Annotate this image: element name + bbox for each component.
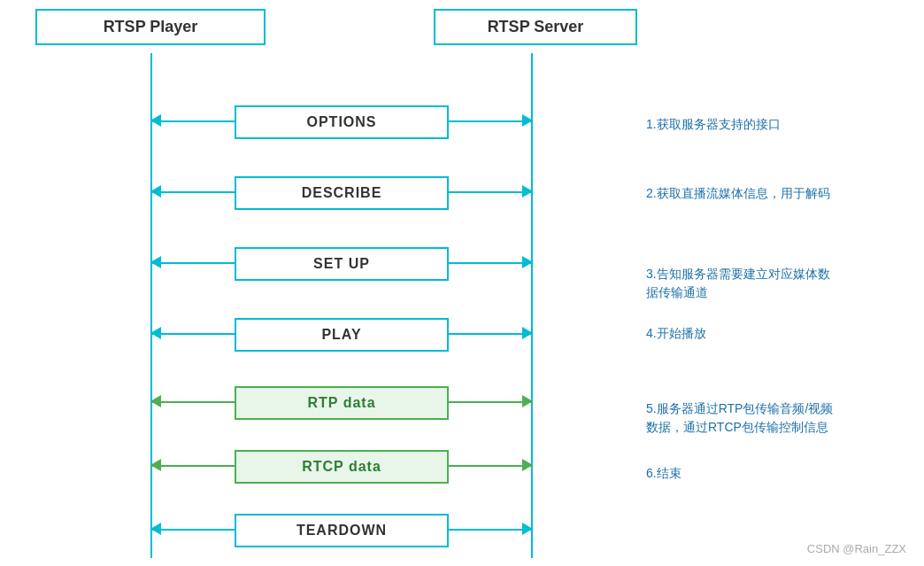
options-right-arrowhead xyxy=(522,114,533,127)
teardown-left-line xyxy=(150,529,235,531)
annotation-1: 1.获取服务器支持的接口 xyxy=(646,115,781,134)
rtp-right-line xyxy=(449,401,533,403)
rtcp-right-line xyxy=(449,465,533,467)
options-left-arrowhead xyxy=(150,114,161,127)
teardown-right-arrowhead xyxy=(522,523,533,535)
rtcp-left-arrowhead xyxy=(150,459,161,471)
rtp-right-arrowhead xyxy=(522,395,533,407)
play-left-line xyxy=(150,333,235,335)
play-row: PLAY xyxy=(150,318,533,350)
annotation-2: 2.获取直播流媒体信息，用于解码 xyxy=(646,184,830,203)
options-left-line xyxy=(150,120,235,122)
options-right-line xyxy=(449,120,533,122)
describe-right-arrowhead xyxy=(522,185,533,198)
rtpdata-box: RTP data xyxy=(235,386,449,420)
options-box: OPTIONS xyxy=(235,105,449,139)
server-label: RTSP Server xyxy=(488,18,584,35)
options-row: OPTIONS xyxy=(150,105,533,137)
rtcp-left-line xyxy=(150,465,235,467)
rtp-left-line xyxy=(150,401,235,403)
play-left-arrowhead xyxy=(150,327,161,339)
describe-right-line xyxy=(449,191,533,193)
describe-left-arrowhead xyxy=(150,185,161,198)
annotation-5: 5.服务器通过RTP包传输音频/视频 数据，通过RTCP包传输控制信息 xyxy=(646,381,833,437)
annotation-4: 4.开始播放 xyxy=(646,324,706,343)
describe-row: DESCRIBE xyxy=(150,176,533,208)
teardown-left-arrowhead xyxy=(150,523,161,535)
setup-right-arrowhead xyxy=(522,256,533,268)
describe-box: DESCRIBE xyxy=(235,176,449,210)
setup-box: SET UP xyxy=(235,247,449,281)
rtpdata-row: RTP data xyxy=(150,386,533,418)
teardown-box: TEARDOWN xyxy=(235,514,449,547)
play-box: PLAY xyxy=(235,318,449,352)
player-label: RTSP Player xyxy=(104,18,198,35)
teardown-right-line xyxy=(449,529,533,531)
describe-left-line xyxy=(150,191,235,193)
play-right-line xyxy=(449,333,533,335)
rtcp-right-arrowhead xyxy=(522,459,533,471)
header-server: RTSP Server xyxy=(434,9,637,45)
diagram-container: RTSP Player RTSP Server OPTIONS DESCRIBE xyxy=(0,0,924,566)
setup-left-arrowhead xyxy=(150,256,161,268)
setup-left-line xyxy=(150,262,235,264)
setup-right-line xyxy=(449,262,533,264)
play-right-arrowhead xyxy=(522,327,533,339)
annotation-6: 6.结束 xyxy=(646,464,681,483)
header-player: RTSP Player xyxy=(35,9,266,45)
rtcpdata-row: RTCP data xyxy=(150,450,533,482)
teardown-row: TEARDOWN xyxy=(150,514,533,546)
watermark: CSDN @Rain_ZZX xyxy=(807,542,906,555)
annotation-3: 3.告知服务器需要建立对应媒体数 据传输通道 xyxy=(646,246,830,302)
setup-row: SET UP xyxy=(150,247,533,279)
rtp-left-arrowhead xyxy=(150,395,161,407)
rtcpdata-box: RTCP data xyxy=(235,450,449,484)
